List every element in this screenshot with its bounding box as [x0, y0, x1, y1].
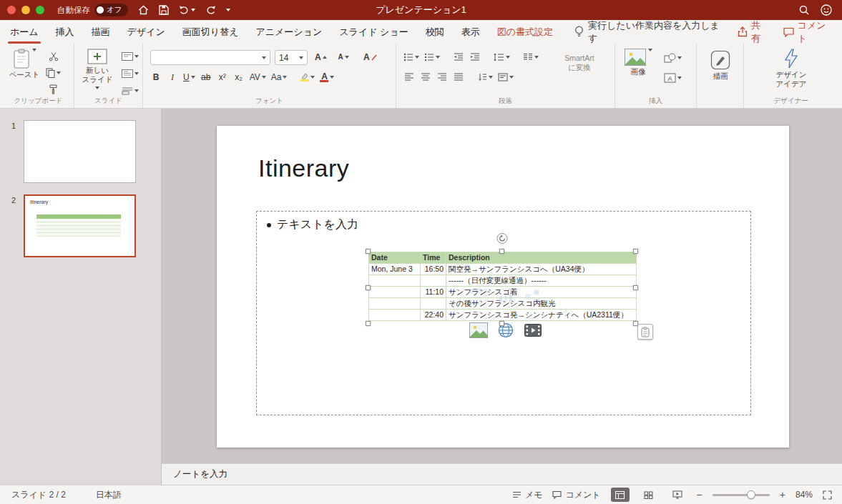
new-slide-button[interactable]: 新しい スライド	[77, 49, 117, 89]
bullet-text[interactable]: テキストを入力	[277, 217, 358, 232]
section-button[interactable]	[120, 84, 140, 98]
design-ideas-button[interactable]: デザイン アイデア	[773, 49, 810, 89]
slideshow-view-button[interactable]	[668, 488, 687, 502]
tell-me-box[interactable]: 実行したい作業内容を入力します	[574, 19, 720, 45]
zoom-out-button[interactable]: −	[697, 489, 703, 500]
redo-button[interactable]	[205, 5, 216, 15]
insert-picture-icon[interactable]	[469, 322, 489, 339]
selected-table-object[interactable]: Date Time Description Mon, June 3 16:50 …	[368, 252, 636, 324]
cell-date[interactable]	[369, 287, 421, 298]
reset-slide-caret[interactable]	[134, 72, 139, 75]
line-spacing-button[interactable]	[492, 50, 511, 64]
resize-handle-e[interactable]	[633, 285, 638, 290]
highlight-color-button[interactable]	[298, 70, 316, 84]
copy-button[interactable]	[44, 66, 62, 80]
header-description[interactable]: Description	[446, 252, 637, 264]
normal-view-button[interactable]	[611, 488, 630, 502]
cell-time[interactable]	[421, 275, 446, 287]
cell-date[interactable]	[369, 275, 421, 287]
font-color-caret[interactable]	[330, 76, 334, 79]
highlight-caret[interactable]	[310, 76, 315, 79]
character-spacing-button[interactable]: AV	[248, 70, 268, 84]
comments-button[interactable]: コメント	[783, 19, 832, 45]
minimize-button[interactable]	[21, 6, 30, 14]
share-button[interactable]: 共有	[738, 19, 768, 45]
slide-canvas[interactable]: Itinerary テキストを入力	[217, 126, 789, 448]
text-direction-button[interactable]	[476, 70, 494, 84]
subscript-button[interactable]: x₂	[232, 70, 246, 84]
notes-toggle-button[interactable]: メモ	[512, 489, 543, 501]
columns-button[interactable]	[522, 50, 540, 64]
tab-draw[interactable]: 描画	[92, 26, 110, 39]
strikethrough-button[interactable]: ab	[199, 70, 213, 84]
cell-description[interactable]: ------（日付変更線通過）------	[446, 275, 637, 287]
slide-sorter-view-button[interactable]	[640, 488, 658, 502]
tab-animations[interactable]: アニメーション	[255, 26, 322, 39]
cell-date[interactable]: Mon, June 3	[369, 264, 421, 275]
new-slide-dropdown-caret[interactable]	[95, 87, 99, 89]
italic-button[interactable]: I	[165, 70, 180, 84]
cell-date[interactable]	[369, 298, 421, 310]
paste-dropdown-caret[interactable]	[32, 49, 36, 51]
tab-shape-format[interactable]: 図の書式設定	[497, 26, 553, 39]
zoom-slider-knob[interactable]	[747, 490, 755, 499]
slide2-thumbnail[interactable]: Itinerary	[24, 194, 136, 257]
tab-transitions[interactable]: 画面切り替え	[182, 26, 239, 39]
format-painter-button[interactable]	[44, 82, 62, 97]
slide1-thumbnail[interactable]	[24, 120, 136, 183]
itinerary-table[interactable]: Date Time Description Mon, June 3 16:50 …	[368, 252, 637, 321]
convert-smartart-button[interactable]: SmartArt に変換	[548, 54, 611, 72]
bold-button[interactable]: B	[149, 70, 163, 84]
close-button[interactable]	[7, 6, 16, 14]
home-icon[interactable]	[138, 5, 149, 15]
notes-placeholder[interactable]: ノートを入力	[173, 468, 227, 480]
cell-time[interactable]: 16:50	[421, 264, 446, 275]
font-size-combo[interactable]: 14	[275, 50, 308, 65]
align-text-button[interactable]	[496, 70, 515, 84]
cell-time[interactable]: 11:10	[421, 287, 446, 298]
increase-indent-button[interactable]	[468, 50, 482, 64]
header-time[interactable]: Time	[421, 252, 446, 264]
resize-handle-w[interactable]	[366, 285, 371, 290]
toolbar-options-caret[interactable]	[226, 9, 230, 11]
resize-handle-nw[interactable]	[366, 249, 371, 254]
section-caret[interactable]	[134, 89, 139, 92]
comments-toggle-button[interactable]: コメント	[552, 489, 600, 501]
underline-button[interactable]: U	[182, 70, 197, 84]
cell-description[interactable]: サンフランシスコ発→シンシナティへ（UA2311便）	[446, 310, 637, 321]
text-box-button[interactable]: A	[662, 71, 683, 85]
fit-slide-to-window-icon[interactable]	[823, 490, 832, 500]
resize-handle-n[interactable]	[499, 249, 504, 254]
picture-caret[interactable]	[648, 49, 652, 51]
language-indicator[interactable]: 日本語	[96, 489, 122, 501]
rotate-handle[interactable]	[497, 233, 508, 244]
zoom-percentage[interactable]: 84%	[796, 490, 813, 500]
cell-time[interactable]: 22:40	[421, 310, 446, 321]
insert-video-icon[interactable]	[523, 322, 543, 339]
change-case-button[interactable]: Aa	[270, 70, 289, 84]
shapes-button[interactable]	[662, 51, 683, 65]
tab-review[interactable]: 校閲	[426, 26, 444, 39]
paste-options-button[interactable]	[637, 324, 653, 340]
font-color-button[interactable]: A	[318, 70, 336, 84]
shrink-font-button[interactable]: A	[336, 50, 351, 64]
paste-button[interactable]: ペースト	[9, 49, 40, 80]
justify-button[interactable]	[451, 70, 466, 84]
tab-slideshow[interactable]: スライド ショー	[339, 26, 408, 39]
draw-button[interactable]: 描画	[708, 50, 733, 81]
tab-home[interactable]: ホーム	[10, 26, 39, 39]
layout-button[interactable]	[120, 49, 140, 64]
align-right-button[interactable]	[435, 70, 449, 84]
autosave-toggle[interactable]: オフ	[94, 4, 128, 16]
grow-font-button[interactable]: A	[313, 50, 328, 64]
decrease-indent-button[interactable]	[451, 50, 466, 64]
header-date[interactable]: Date	[369, 252, 421, 264]
cut-button[interactable]	[44, 49, 62, 64]
cell-time[interactable]	[421, 298, 446, 310]
undo-button[interactable]	[179, 5, 195, 15]
account-icon[interactable]	[821, 4, 832, 16]
copy-dropdown-caret[interactable]	[57, 71, 61, 74]
picture-button[interactable]: 画像	[621, 49, 655, 77]
bullets-button[interactable]	[402, 50, 421, 64]
align-left-button[interactable]	[402, 70, 416, 84]
